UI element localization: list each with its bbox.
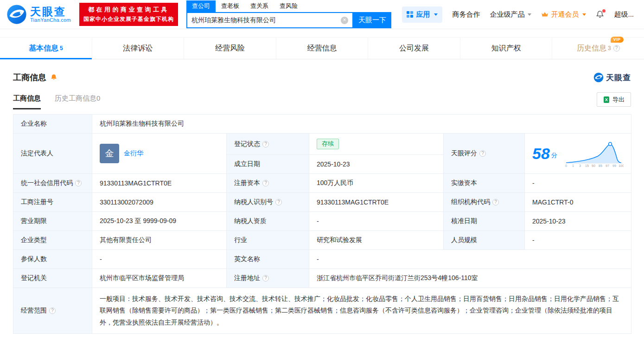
reg-no-value: 330113002072009 (92, 193, 227, 212)
status-badge: 存续 (317, 139, 339, 149)
help-icon[interactable] (479, 150, 486, 157)
field-label: 天眼评分 (451, 149, 477, 157)
nav-business-cooperation[interactable]: 商务合作 (452, 10, 480, 19)
search-tab-risk[interactable]: 查风险 (274, 0, 303, 12)
export-button[interactable]: 导出 (597, 92, 631, 107)
taxpayer-no-label: 纳税人识别号 (227, 193, 309, 212)
help-icon[interactable] (262, 180, 269, 186)
tab-label: 历史信息 (577, 44, 606, 53)
main-content: 工商信息 天眼查 工商信息 历史工商信息0 导出 (0, 59, 644, 334)
reg-status-label: 登记状态 (227, 134, 309, 155)
chart-tick: 3 (579, 164, 581, 167)
address-label: 注册地址 (227, 269, 309, 288)
tianyancha-logo[interactable]: 天眼查 TianYanCha.com (6, 4, 71, 25)
company-name-label: 企业名称 (13, 115, 92, 134)
approve-date-label: 核准日期 (444, 212, 525, 231)
tab-intellectual-property[interactable]: 知识产权 (460, 38, 553, 59)
tab-history-info[interactable]: VIP 历史信息3 (552, 38, 644, 59)
credit-code-label: 统一社会信用代码 (13, 174, 92, 193)
search-tab-boss[interactable]: 查老板 (216, 0, 245, 12)
search-input[interactable] (191, 17, 341, 24)
notification-dot (602, 9, 606, 13)
chevron-down-icon (582, 13, 586, 16)
score-value: 58 分 0 1 3 15 50 85 97 (525, 134, 631, 174)
search-tab-company[interactable]: 查公司 (186, 0, 216, 12)
paid-capital-value: - (525, 174, 631, 193)
term-label: 营业期限 (13, 212, 92, 231)
company-name-value: 杭州珀莱雅生物科技有限公司 (92, 115, 631, 134)
company-type-value: 其他有限责任公司 (92, 231, 227, 250)
address-value: 浙江省杭州市临平区乔司街道汀兰街253号4幢106-110室 (309, 269, 631, 288)
tianyancha-logo-icon (6, 4, 27, 25)
field-label: 实缴资本 (451, 179, 477, 186)
establish-date-value: 2025-10-23 (309, 155, 444, 174)
tab-label: 经营信息 (307, 44, 337, 53)
authority-label: 登记机关 (13, 269, 92, 288)
field-label: 人员规模 (451, 236, 477, 243)
search-tab-relation[interactable]: 查关系 (245, 0, 274, 12)
legal-rep-avatar[interactable]: 金 (100, 144, 119, 163)
nav-label: 企业级产品 (490, 10, 524, 19)
chevron-down-icon (434, 13, 438, 16)
brand-domain: TianYanCha.com (30, 17, 71, 23)
org-code-value: MAG1CTRT-0 (525, 193, 631, 212)
search-tabs: 查公司 查老板 查关系 查风险 (186, 0, 391, 12)
nav-label: 开通会员 (551, 10, 579, 19)
subscribe-bell-icon[interactable] (50, 74, 57, 81)
score-label: 天眼评分 (444, 134, 525, 174)
help-icon[interactable] (275, 199, 282, 205)
row-company-type: 企业类型 其他有限责任公司 行业 研究和试验发展 人员规模 - (13, 231, 631, 250)
tab-label: 知识产权 (491, 44, 521, 53)
score-number[interactable]: 58 分 (532, 146, 557, 161)
help-icon[interactable] (262, 141, 269, 147)
nav-open-vip[interactable]: 开通会员 (541, 10, 586, 19)
field-label: 成立日期 (234, 160, 260, 167)
field-label: 工商注册号 (21, 198, 53, 205)
search-block: 查公司 查老板 查关系 查风险 天眼一下 (186, 0, 391, 28)
clear-search-icon[interactable] (341, 17, 348, 24)
apps-menu[interactable]: 应用 (402, 6, 442, 23)
watermark-logo: 天眼查 (593, 72, 631, 83)
row-authority: 登记机关 杭州市临平区市场监督管理局 注册地址 浙江省杭州市临平区乔司街道汀兰街… (13, 269, 631, 288)
staff-size-label: 人员规模 (444, 231, 525, 250)
help-icon[interactable] (262, 275, 269, 281)
insured-value: - (92, 250, 227, 269)
field-label: 行业 (234, 236, 247, 243)
scope-value: 一般项目：技术服务、技术开发、技术咨询、技术交流、技术转让、技术推广；化妆品批发… (92, 288, 631, 334)
subtab-business-info[interactable]: 工商信息 (13, 94, 41, 109)
reg-no-label: 工商注册号 (13, 193, 92, 212)
chart-tick: 99 (612, 164, 616, 167)
help-icon[interactable] (49, 307, 56, 314)
search-button[interactable]: 天眼一下 (353, 12, 391, 28)
notification-bell-icon[interactable] (596, 10, 604, 19)
field-label: 统一社会信用代码 (21, 179, 73, 186)
taxpayer-quality-value: - (309, 212, 444, 231)
nav-super-vip[interactable]: 超级... (614, 10, 634, 19)
logo-text: 天眼查 TianYanCha.com (30, 6, 71, 23)
company-type-label: 企业类型 (13, 231, 92, 250)
crown-icon (541, 11, 548, 18)
tab-label: 公司发展 (399, 44, 429, 53)
industry-label: 行业 (227, 231, 309, 250)
nav-label: 超级... (614, 10, 634, 19)
nav-enterprise-products[interactable]: 企业级产品 (490, 10, 531, 19)
tab-legal-proceedings[interactable]: 法律诉讼 (92, 38, 185, 59)
top-nav: 应用 商务合作 企业级产品 开通会员 超级... (402, 6, 634, 23)
help-icon[interactable] (492, 199, 499, 205)
search-input-wrap (186, 12, 353, 28)
help-icon[interactable] (75, 180, 82, 186)
tab-operation-risk[interactable]: 经营风险 (184, 38, 276, 59)
brand-name: 天眼查 (30, 6, 71, 17)
business-info-table: 企业名称 杭州珀莱雅生物科技有限公司 法定代表人 金 金衍华 登记状态 存续 天… (13, 114, 631, 334)
subtab-history-business-info[interactable]: 历史工商信息0 (55, 94, 100, 109)
legal-rep-link[interactable]: 金衍华 (124, 149, 143, 158)
tab-company-development[interactable]: 公司发展 (368, 38, 460, 59)
taxpayer-quality-label: 纳税人资质 (227, 212, 309, 231)
reg-status-value: 存续 (309, 134, 444, 155)
row-credit-code: 统一社会信用代码 91330113MAG1CTRT0E 注册资本 100万人民币… (13, 174, 631, 193)
tab-basic-info[interactable]: 基本信息5 (0, 38, 92, 59)
excel-icon (603, 96, 610, 103)
help-icon[interactable] (613, 45, 620, 51)
tab-count: 5 (60, 45, 63, 51)
tab-operation-info[interactable]: 经营信息 (276, 38, 369, 59)
